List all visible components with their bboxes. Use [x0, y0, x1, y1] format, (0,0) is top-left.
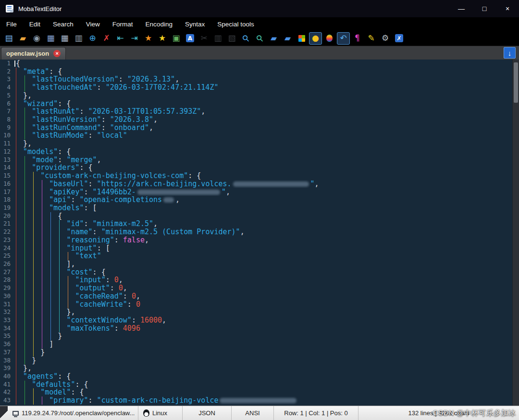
- star-orange-button[interactable]: ★: [142, 32, 155, 45]
- pencil-button[interactable]: ✎: [365, 32, 378, 45]
- code-line[interactable]: 16"baseUrl": "https://ark.cn-beijing.vol…: [0, 180, 519, 188]
- code-line[interactable]: 27"cost": {: [0, 268, 519, 276]
- menu-file[interactable]: File: [0, 17, 23, 31]
- outdent-button[interactable]: ⇤: [114, 32, 127, 45]
- blue-close-button[interactable]: ✗: [393, 32, 406, 45]
- code-line[interactable]: 20{: [0, 212, 519, 220]
- editor[interactable]: 1{2"meta": {3"lastTouchedVersion": "2026…: [0, 60, 519, 406]
- code-line[interactable]: 29"output": 0,: [0, 284, 519, 292]
- code-line[interactable]: 43"primary": "custom-ark-cn-beijing-volc…: [0, 396, 519, 405]
- indent-button[interactable]: ⇥: [128, 32, 141, 45]
- menu-search[interactable]: Search: [47, 17, 80, 31]
- menu-format[interactable]: Format: [106, 17, 139, 31]
- menu-view[interactable]: View: [80, 17, 106, 31]
- code-area[interactable]: 1{2"meta": {3"lastTouchedVersion": "2026…: [0, 60, 519, 405]
- code-line[interactable]: 4"lastTouchedAt": "2026-03-17T02:47:21.1…: [0, 84, 519, 92]
- windows-button[interactable]: [295, 32, 308, 45]
- undo-button[interactable]: ↶: [337, 32, 350, 45]
- code-line[interactable]: 31"cacheWrite": 0: [0, 300, 519, 309]
- token: ,: [136, 292, 140, 300]
- penguin-button[interactable]: ●: [309, 32, 322, 45]
- code-line[interactable]: 2"meta": {: [0, 68, 519, 76]
- line-number: 12: [0, 148, 14, 156]
- code-line[interactable]: 23"reasoning": false,: [0, 236, 519, 244]
- token: : {: [188, 172, 201, 180]
- code-line[interactable]: 28"input": 0,: [0, 276, 519, 284]
- cut-button[interactable]: ✂: [198, 32, 210, 45]
- code-line[interactable]: 13"mode": "merge",: [0, 156, 519, 164]
- code-line[interactable]: 41"defaults": {: [0, 381, 519, 389]
- indent-guide: [33, 220, 34, 228]
- pilcrow-button[interactable]: ¶: [351, 32, 364, 45]
- tab-close-icon[interactable]: ×: [53, 50, 61, 57]
- token: :: [132, 316, 140, 324]
- paste-button[interactable]: ▧: [225, 32, 238, 45]
- open-folder-button[interactable]: ▰: [16, 32, 29, 45]
- print-icon: ▥: [74, 34, 82, 42]
- code-line[interactable]: 32},: [0, 308, 519, 316]
- menu-special-tools[interactable]: Special tools: [211, 17, 260, 31]
- code-line[interactable]: 36]: [0, 340, 519, 348]
- indent-guide: [50, 276, 51, 284]
- settings-button[interactable]: ⚙: [379, 32, 392, 45]
- code-line[interactable]: 19"models": [: [0, 204, 519, 212]
- code-line[interactable]: 21"id": "minimax-m2.5",: [0, 220, 519, 228]
- code-line[interactable]: 14"providers": {: [0, 164, 519, 172]
- code-line[interactable]: 9"lastRunCommand": "onboard",: [0, 124, 519, 132]
- code-line[interactable]: 12"models": {: [0, 148, 519, 156]
- code-line[interactable]: 18"api": "openai-completions,: [0, 196, 519, 204]
- code-line[interactable]: 5},: [0, 92, 519, 100]
- copy-button[interactable]: ▥: [211, 32, 224, 45]
- vertical-scrollbar[interactable]: [512, 60, 519, 406]
- scrollbar-thumb[interactable]: [514, 62, 518, 103]
- code-line[interactable]: 15"custom-ark-cn-beijing-volces-com": {: [0, 172, 519, 180]
- code-line[interactable]: 30"cacheRead": 0,: [0, 292, 519, 300]
- code-line[interactable]: 34"maxTokens": 4096: [0, 324, 519, 333]
- globe-button[interactable]: ⊕: [86, 32, 99, 45]
- code-line[interactable]: 42"model": {: [0, 388, 519, 396]
- code-line[interactable]: 22"name": "minimax-m2.5 (Custom Provider…: [0, 228, 519, 236]
- print-button[interactable]: ▥: [72, 32, 85, 45]
- next-doc-button[interactable]: ▰: [281, 32, 294, 45]
- save-all-button[interactable]: ▦: [58, 32, 71, 45]
- code-line[interactable]: 37}: [0, 348, 519, 357]
- maximize-button[interactable]: □: [473, 0, 496, 17]
- prev-doc-button[interactable]: ▰: [267, 32, 280, 45]
- code-line[interactable]: 25"text": [0, 252, 519, 260]
- code-line[interactable]: 6"wizard": {: [0, 100, 519, 108]
- code-line[interactable]: 1{: [0, 60, 519, 68]
- code-line[interactable]: 40"agents": {: [0, 372, 519, 381]
- minimize-button[interactable]: —: [450, 0, 473, 17]
- tab-openclaw-json[interactable]: openclaw.json ×: [1, 47, 66, 60]
- indent-guide: [42, 284, 42, 292]
- code-line[interactable]: 11},: [0, 140, 519, 148]
- code-line[interactable]: 39},: [0, 364, 519, 372]
- code-line[interactable]: 38}: [0, 357, 519, 365]
- code-line[interactable]: 3"lastTouchedVersion": "2026.3.13",: [0, 75, 519, 84]
- code-line[interactable]: 24"input": [: [0, 244, 519, 252]
- tab-scroll-down-button[interactable]: ↓: [504, 47, 516, 59]
- font-button[interactable]: A: [184, 32, 197, 45]
- code-line[interactable]: 7"lastRunAt": "2026-03-17T01:05:57.393Z"…: [0, 108, 519, 116]
- close-file-button[interactable]: ✗: [100, 32, 113, 45]
- record-button[interactable]: ◉: [30, 32, 43, 45]
- star-yellow-button[interactable]: ★: [156, 32, 169, 45]
- replace-button[interactable]: ⚲: [253, 32, 266, 45]
- code-line[interactable]: 33"contextWindow": 16000,: [0, 316, 519, 324]
- menu-syntax[interactable]: Syntax: [179, 17, 211, 31]
- code-line[interactable]: 35}: [0, 332, 519, 340]
- code-line[interactable]: 8"lastRunVersion": "2026.3.8",: [0, 116, 519, 124]
- search-button[interactable]: ⚲: [239, 32, 252, 45]
- apple-button[interactable]: [323, 32, 336, 45]
- code-line[interactable]: 10"lastRunMode": "local": [0, 132, 519, 140]
- indent-guide: [33, 388, 34, 396]
- indent-guide: [59, 228, 60, 236]
- save-button[interactable]: ▦: [44, 32, 57, 45]
- screenshot-button[interactable]: ▣: [170, 32, 183, 45]
- menu-encoding[interactable]: Encoding: [139, 17, 179, 31]
- code-line[interactable]: 26],: [0, 260, 519, 268]
- code-line[interactable]: 17"apiKey": "14496bb2-",: [0, 188, 519, 196]
- menu-edit[interactable]: Edit: [23, 17, 47, 31]
- close-button[interactable]: ×: [496, 0, 519, 17]
- new-file-button[interactable]: ▤: [2, 32, 15, 45]
